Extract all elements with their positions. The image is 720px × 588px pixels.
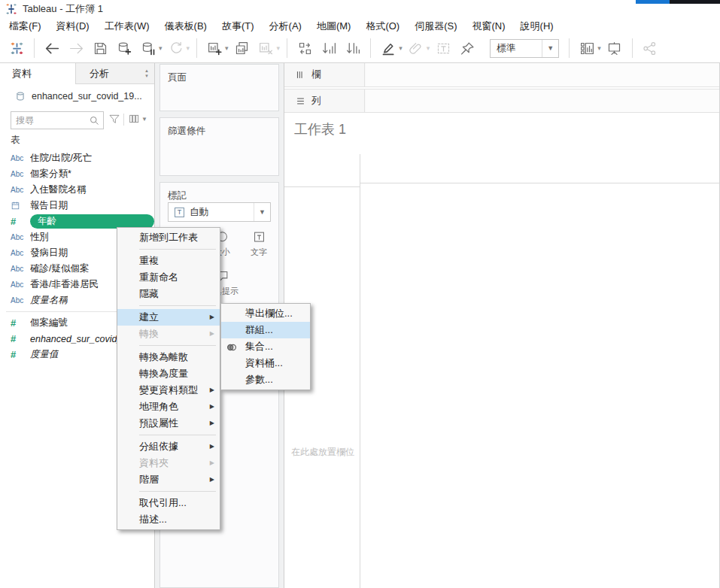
sheet-grid-vline: [360, 154, 360, 588]
fit-select-caret-icon[interactable]: ▼: [542, 40, 558, 57]
menu-item[interactable]: 分析(A): [262, 18, 309, 34]
context-menu-item[interactable]: 新增到工作表: [117, 229, 220, 246]
fit-select[interactable]: 標準 ▼: [490, 39, 559, 58]
menu-item[interactable]: 視窗(N): [465, 18, 513, 34]
show-me-icon[interactable]: [578, 39, 596, 57]
fix-axes-pin-icon[interactable]: [458, 39, 476, 57]
share-icon[interactable]: [641, 39, 659, 57]
context-menu-item[interactable]: 變更資料類型▶: [117, 382, 220, 399]
swap-rows-columns-icon[interactable]: [296, 39, 314, 57]
menu-item[interactable]: 伺服器(S): [407, 18, 464, 34]
highlight-caret-icon[interactable]: ▾: [399, 44, 403, 52]
redo-forward-icon[interactable]: [67, 39, 85, 57]
context-menu-item[interactable]: 地理角色▶: [117, 399, 220, 415]
menu-item[interactable]: 儀表板(B): [157, 18, 214, 34]
show-mark-labels-icon[interactable]: [434, 39, 452, 57]
context-menu-item[interactable]: 轉換為度量: [117, 365, 220, 382]
pages-card[interactable]: 頁面: [159, 64, 279, 111]
text-button[interactable]: 文字: [242, 226, 276, 261]
context-menu-item-label: 群組...: [245, 324, 273, 335]
string-field-icon: Abc: [11, 296, 30, 305]
mark-type-caret-icon[interactable]: ▼: [254, 203, 270, 221]
context-menu-item[interactable]: 導出欄位...: [221, 305, 310, 322]
context-menu-item[interactable]: 資料夾▶: [117, 455, 220, 471]
mark-type-dropdown[interactable]: T 自動 ▼: [168, 202, 271, 222]
field-row[interactable]: Abc個案分類*: [0, 166, 154, 182]
context-menu-item[interactable]: 轉換為離散: [117, 349, 220, 365]
menu-item[interactable]: 故事(T): [214, 18, 262, 34]
clear-sheet-icon[interactable]: [257, 39, 275, 57]
data-pane-tabs: 資料 分析 ▲▼: [0, 63, 154, 84]
refresh-datasource-icon[interactable]: [167, 39, 185, 57]
menu-item[interactable]: 工作表(W): [97, 18, 157, 34]
rows-icon: [295, 95, 306, 107]
sort-ascending-icon[interactable]: [320, 39, 338, 57]
group-members-paperclip-icon[interactable]: [407, 39, 425, 57]
filters-card[interactable]: 篩選條件: [159, 117, 279, 176]
columns-shelf-label: 欄: [311, 68, 321, 81]
duplicate-sheet-icon[interactable]: [233, 39, 251, 57]
field-row[interactable]: 報告日期: [0, 198, 154, 214]
context-menu-item[interactable]: 資料桶...: [221, 355, 310, 371]
refresh-caret-icon[interactable]: ▾: [187, 44, 190, 52]
group-caret-icon[interactable]: ▾: [427, 44, 430, 52]
context-menu-item[interactable]: 分組依據▶: [117, 438, 220, 455]
menu-item[interactable]: 檔案(F): [2, 18, 49, 34]
columns-shelf[interactable]: 欄: [284, 63, 719, 87]
menu-item[interactable]: 地圖(M): [309, 18, 359, 34]
context-menu-item[interactable]: 轉換▶: [117, 326, 220, 342]
menu-item[interactable]: 格式(O): [358, 18, 407, 34]
context-menu-item-label: 新增到工作表: [139, 232, 198, 243]
tab-data[interactable]: 資料: [0, 63, 75, 84]
context-menu-item[interactable]: 預設屬性▶: [117, 415, 220, 432]
context-menu-item[interactable]: 取代引用...: [117, 495, 220, 511]
pane-sort-icon[interactable]: ▲▼: [144, 68, 149, 79]
menu-separator: [139, 305, 216, 306]
save-icon[interactable]: [91, 39, 109, 57]
context-menu-item[interactable]: 描述...: [117, 511, 220, 528]
context-menu-item-label: 重新命名: [139, 271, 178, 283]
search-box[interactable]: [11, 111, 104, 129]
context-menu-item[interactable]: 集合...: [221, 338, 310, 355]
filter-funnel-icon[interactable]: [108, 113, 120, 125]
new-datasource-icon[interactable]: [115, 39, 133, 57]
context-menu-item[interactable]: 群組...: [221, 322, 310, 338]
context-menu-item-label: 轉換為度量: [139, 368, 188, 379]
undo-back-icon[interactable]: [43, 39, 61, 57]
context-menu-item[interactable]: 階層▶: [117, 471, 220, 488]
sheet-title[interactable]: 工作表 1: [294, 120, 346, 138]
tab-analytics[interactable]: 分析 ▲▼: [75, 63, 154, 84]
context-menu-item[interactable]: 重複: [117, 253, 220, 269]
search-input[interactable]: [11, 112, 84, 129]
tableau-home-icon[interactable]: [8, 39, 26, 57]
field-row[interactable]: Abc住院/出院/死亡: [0, 150, 154, 166]
rows-shelf-dropzone[interactable]: [366, 89, 719, 112]
numeric-field-icon: #: [11, 317, 30, 329]
view-options-caret-icon[interactable]: ▼: [141, 116, 147, 123]
new-worksheet-caret-icon[interactable]: ▾: [225, 44, 229, 52]
highlight-icon[interactable]: [379, 39, 397, 57]
menu-bar: 檔案(F)資料(D)工作表(W)儀表板(B)故事(T)分析(A)地圖(M)格式(…: [0, 18, 720, 34]
view-options-icon[interactable]: [128, 113, 140, 125]
field-label: 個案分類*: [30, 168, 71, 180]
pause-updates-caret-icon[interactable]: ▾: [159, 44, 163, 52]
show-me-caret-icon[interactable]: ▾: [597, 44, 601, 52]
presentation-mode-icon[interactable]: [606, 39, 624, 57]
field-label: 確診/疑似個案: [30, 262, 89, 275]
filters-card-title: 篩選條件: [160, 118, 278, 138]
new-worksheet-icon[interactable]: [205, 39, 223, 57]
context-menu-item[interactable]: 建立▶: [117, 309, 220, 326]
context-menu-item[interactable]: 重新命名: [117, 269, 220, 286]
columns-shelf-dropzone[interactable]: [366, 63, 719, 86]
datasource-item[interactable]: enhanced_sur_covid_19...: [0, 86, 154, 106]
field-row[interactable]: Abc入住醫院名稱: [0, 182, 154, 198]
clear-sheet-caret-icon[interactable]: ▾: [277, 44, 281, 52]
context-menu-item[interactable]: 隱藏: [117, 286, 220, 302]
menu-item[interactable]: 資料(D): [49, 18, 97, 34]
sort-descending-icon[interactable]: [344, 39, 362, 57]
toolbar-separator: [34, 38, 35, 58]
rows-shelf[interactable]: 列: [284, 89, 719, 113]
context-menu-item[interactable]: 參數...: [221, 371, 310, 388]
menu-item[interactable]: 說明(H): [513, 18, 561, 34]
pause-auto-updates-icon[interactable]: [139, 39, 157, 57]
